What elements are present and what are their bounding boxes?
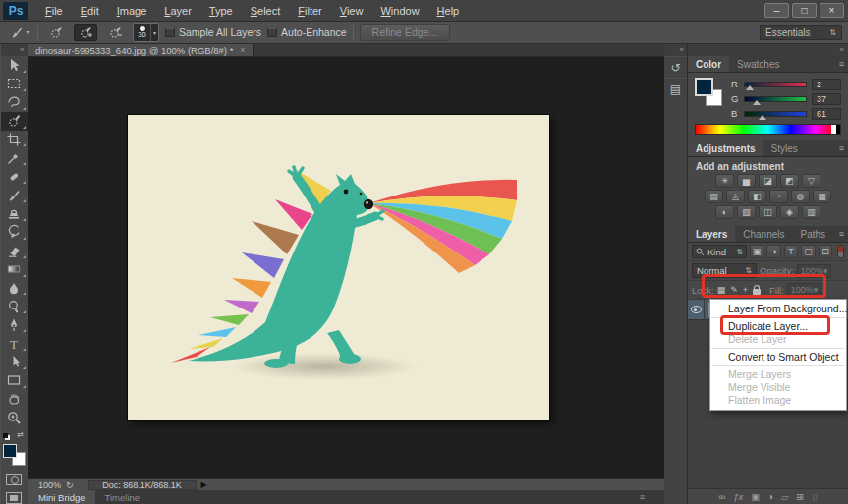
link-layers-icon[interactable]: ∞: [718, 491, 725, 502]
canvas-pasteboard[interactable]: [28, 57, 664, 478]
green-value-field[interactable]: 37: [812, 93, 841, 105]
filter-pixel-layers-icon[interactable]: ▣: [750, 245, 763, 258]
zoom-level-field[interactable]: 100%: [38, 480, 61, 490]
zoom-tool[interactable]: [1, 409, 28, 427]
screen-mode-button[interactable]: [6, 492, 22, 504]
menu-help[interactable]: Help: [428, 2, 469, 20]
document-tab[interactable]: dinosaur-5995333_640.jpg @ 100% (RGB/8#)…: [28, 44, 254, 56]
panel-menu-icon[interactable]: ≡: [834, 56, 848, 72]
layer-visibility-toggle[interactable]: [688, 300, 705, 319]
panel-menu-icon[interactable]: ≡: [834, 140, 848, 156]
history-brush-tool[interactable]: [1, 223, 28, 242]
menu-item-layer-from-background[interactable]: Layer From Background...: [710, 303, 846, 315]
maximize-button[interactable]: □: [792, 3, 817, 18]
filter-smart-objects-icon[interactable]: ⊡: [819, 245, 832, 258]
threshold-icon[interactable]: ◫: [759, 205, 777, 219]
tab-layers[interactable]: Layers: [688, 226, 735, 242]
blue-slider[interactable]: [744, 111, 807, 117]
swap-colors-icon[interactable]: ⇄: [17, 430, 24, 439]
photo-filter-icon[interactable]: ◔: [769, 190, 788, 203]
menu-layer[interactable]: Layer: [155, 2, 200, 20]
green-slider[interactable]: [744, 96, 807, 102]
tab-styles[interactable]: Styles: [763, 140, 806, 156]
black-chip[interactable]: [836, 125, 840, 134]
filter-adjustment-layers-icon[interactable]: ◑: [766, 245, 780, 258]
eraser-tool[interactable]: [1, 242, 28, 260]
brightness-contrast-icon[interactable]: ☀: [715, 174, 734, 188]
expand-panels-icon[interactable]: «: [664, 44, 687, 56]
tab-color[interactable]: Color: [688, 56, 729, 72]
workspace-switcher[interactable]: Essentials ⇅: [760, 25, 842, 40]
rectangle-shape-tool[interactable]: [1, 371, 28, 390]
new-layer-icon[interactable]: ⊞: [796, 491, 804, 502]
quick-mask-button[interactable]: [6, 474, 22, 485]
menu-item-convert-to-smart-object[interactable]: Convert to Smart Object: [710, 351, 846, 364]
color-balance-icon[interactable]: ◬: [726, 190, 745, 203]
delete-layer-icon[interactable]: ▯: [812, 491, 817, 502]
exposure-icon[interactable]: ◩: [780, 174, 799, 188]
new-group-icon[interactable]: ▱: [781, 491, 788, 502]
properties-panel-icon[interactable]: ▤: [664, 78, 687, 99]
selective-color-icon[interactable]: ◈: [780, 205, 799, 219]
filter-shape-layers-icon[interactable]: ▢: [801, 245, 815, 258]
eyedropper-tool[interactable]: [1, 148, 28, 167]
hue-saturation-icon[interactable]: ▤: [705, 190, 723, 203]
open-document-canvas[interactable]: [128, 115, 549, 420]
clone-stamp-tool[interactable]: [1, 204, 28, 223]
menu-type[interactable]: Type: [200, 2, 242, 20]
filtering-toggle[interactable]: [837, 245, 844, 258]
move-tool[interactable]: [1, 56, 28, 75]
red-slider[interactable]: [744, 82, 807, 87]
menu-image[interactable]: Image: [108, 2, 156, 20]
marquee-tool[interactable]: [1, 75, 28, 93]
posterize-icon[interactable]: ▨: [737, 205, 756, 219]
add-layer-mask-icon[interactable]: ▣: [751, 491, 760, 502]
close-icon[interactable]: ×: [240, 45, 245, 55]
filter-type-layers-icon[interactable]: T: [784, 245, 798, 258]
quick-selection-new-button[interactable]: [44, 24, 68, 41]
quick-selection-subtract-button[interactable]: [103, 24, 127, 41]
menu-filter[interactable]: Filter: [289, 2, 330, 20]
quick-selection-add-button[interactable]: [74, 24, 97, 41]
crop-tool[interactable]: [1, 131, 28, 149]
type-tool[interactable]: T: [1, 334, 28, 353]
hand-tool[interactable]: [1, 390, 28, 409]
tab-swatches[interactable]: Swatches: [729, 56, 787, 72]
layer-style-icon[interactable]: ƒx: [733, 491, 743, 502]
tab-mini-bridge[interactable]: Mini Bridge: [28, 490, 95, 504]
lasso-tool[interactable]: [1, 93, 28, 112]
tool-preset-picker[interactable]: ▾: [8, 24, 31, 41]
history-panel-icon[interactable]: ↺: [664, 56, 687, 78]
auto-enhance-option[interactable]: Auto-Enhance: [267, 27, 347, 38]
document-size-info[interactable]: Doc: 868.1K/868.1K: [88, 480, 197, 490]
color-spectrum-ramp[interactable]: [695, 124, 841, 135]
status-options-arrow-icon[interactable]: ▶: [201, 480, 207, 489]
tab-channels[interactable]: Channels: [735, 226, 792, 242]
sample-all-layers-checkbox[interactable]: [165, 28, 175, 37]
menu-view[interactable]: View: [331, 2, 372, 20]
levels-icon[interactable]: ▅: [737, 174, 756, 188]
blue-value-field[interactable]: 61: [812, 108, 841, 120]
spot-healing-brush-tool[interactable]: [1, 167, 28, 186]
vibrance-icon[interactable]: ▽: [802, 174, 820, 188]
red-value-field[interactable]: 2: [812, 79, 841, 90]
tab-adjustments[interactable]: Adjustments: [688, 140, 763, 156]
panel-menu-icon[interactable]: ≡: [834, 226, 848, 242]
dodge-tool[interactable]: [1, 297, 28, 315]
collapse-tools-icon[interactable]: »: [1, 44, 28, 56]
auto-enhance-checkbox[interactable]: [267, 28, 277, 37]
curves-icon[interactable]: ◪: [759, 174, 777, 188]
minimize-button[interactable]: –: [764, 3, 789, 18]
tab-paths[interactable]: Paths: [793, 226, 834, 242]
panel-menu-icon[interactable]: ≡: [640, 490, 645, 504]
foreground-color-swatch[interactable]: [695, 78, 713, 96]
foreground-color-swatch[interactable]: [3, 444, 17, 458]
brush-size-picker[interactable]: 30 ▾: [133, 23, 159, 42]
gradient-tool[interactable]: [1, 260, 28, 279]
sample-all-layers-option[interactable]: Sample All Layers: [165, 27, 261, 38]
new-adjustment-layer-icon[interactable]: ◑: [767, 491, 773, 502]
menu-window[interactable]: Window: [371, 2, 427, 20]
blur-tool[interactable]: [1, 279, 28, 298]
quick-selection-tool[interactable]: [1, 112, 28, 131]
gradient-map-icon[interactable]: ▥: [802, 205, 820, 219]
